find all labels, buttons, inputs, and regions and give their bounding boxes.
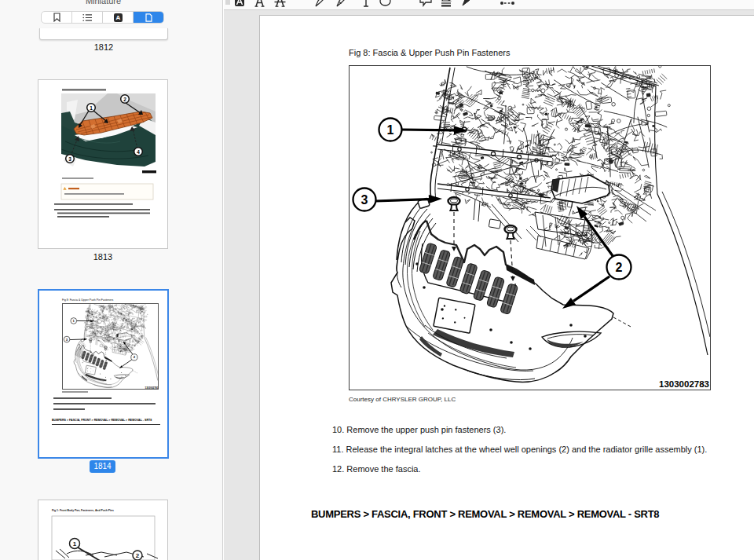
svg-text:1: 1: [90, 105, 93, 111]
svg-text:A: A: [115, 14, 120, 21]
svg-text:2: 2: [136, 552, 140, 559]
svg-text:1303002783: 1303002783: [659, 379, 709, 389]
svg-text:1303002783: 1303002783: [145, 386, 159, 390]
svg-text:1: 1: [73, 540, 77, 547]
svg-text:4: 4: [137, 149, 140, 155]
svg-text:3: 3: [68, 156, 71, 162]
svg-text:3: 3: [361, 193, 368, 207]
svg-text:2: 2: [616, 261, 623, 274]
svg-text:Fig 1: Front Body Pan, Fastene: Fig 1: Front Body Pan, Fasteners, And Pu…: [52, 509, 114, 512]
svg-text:1: 1: [387, 123, 394, 137]
svg-text:2: 2: [123, 97, 126, 102]
